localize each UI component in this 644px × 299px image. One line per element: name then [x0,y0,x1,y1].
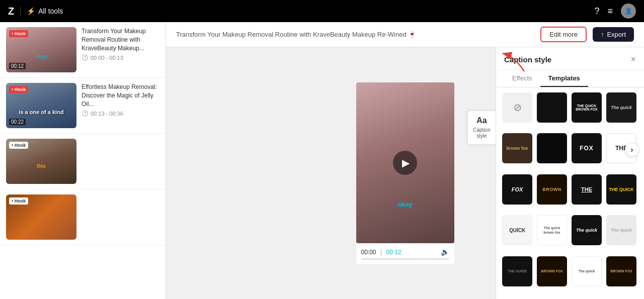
template-preview-text: THE [581,186,592,192]
main-layout: • Hook 00:12 okay Transform Your Makeup … [0,22,644,299]
clip-info [82,194,159,196]
clip-thumbnail: • Hook 00:22 is a one of a kind [6,83,76,128]
app-logo[interactable]: Z [8,6,14,17]
total-time: 00:12 [386,249,401,256]
caption-style-panel: Caption style × Effects Templates ⊘ [496,47,644,299]
export-button[interactable]: ↑ Export [593,27,634,42]
clip-caption-overlay: okay [35,53,47,59]
clip-time-range: 🕐 00:13 - 00:36 [82,110,159,117]
volume-icon[interactable]: 🔈 [441,248,449,256]
template-preview-text: THE GUIDE [508,269,527,273]
help-icon[interactable]: ? [594,6,599,17]
list-item[interactable]: • Hook this [0,134,166,189]
clip-info: Transform Your Makeup Removal Routine wi… [82,27,159,61]
template-preview-text: BROWN FOX [541,269,563,273]
caption-style-icon-text: Aa [476,116,487,125]
clip-time-range: 🕐 00:00 - 00:13 [82,54,159,61]
caption-tabs: Effects Templates [496,70,644,87]
top-navigation: Z ⚡ All tools ? ≡ 👤 [0,0,644,22]
template-preview-text: The quick [611,228,632,233]
template-item[interactable]: BROWN FOX [606,256,636,286]
template-item[interactable]: QUICK [502,215,532,245]
template-preview-text: brown fox [507,146,528,151]
edit-more-button[interactable]: Edit more [540,27,587,42]
template-item[interactable] [537,133,567,163]
time-row: 00:00 | 00:12 🔈 [361,247,449,256]
template-item[interactable]: THE GUIDE [502,256,532,286]
progress-bar[interactable] [361,258,449,260]
content-area: Transform Your Makeup Removal Routine wi… [166,22,644,299]
template-item[interactable]: The quick [572,215,602,245]
template-item[interactable]: The quick [572,256,602,286]
template-item[interactable]: The quick brown fox [537,215,567,245]
template-preview-text: The quick [576,228,597,233]
video-caption: okay [397,201,413,208]
clip-title: Effortless Makeup Removal: Discover the … [82,83,159,108]
caption-style-floating-button[interactable]: Aa Caption style [467,111,496,145]
caption-panel-header: Caption style × [496,47,644,70]
clip-badge: • Hook [9,86,28,93]
nav-right-section: ? ≡ 👤 [594,4,636,19]
list-item[interactable]: • Hook 00:22 is a one of a kind Effortle… [0,78,166,134]
clip-duration: 00:22 [9,119,26,125]
tools-icon: ⚡ [27,7,35,15]
template-item[interactable]: brown fox [502,133,532,163]
all-tools-label: All tools [38,7,63,15]
template-item[interactable]: BROWN FOX [537,256,567,286]
template-preview-text: QUICK [509,228,525,233]
template-item[interactable]: THE QUICK BROWN FOX [572,92,602,123]
template-none[interactable]: ⊘ [502,92,532,123]
template-item[interactable]: THE [572,174,602,205]
user-avatar[interactable]: 👤 [621,4,636,19]
clip-info: Effortless Makeup Removal: Discover the … [82,83,159,117]
template-item[interactable]: THE QUICK [606,174,636,205]
template-preview-text: The quick brown fox [539,226,565,235]
clip-info [82,139,159,141]
tab-templates[interactable]: Templates [540,70,588,87]
template-preview-text: BROWN [542,187,561,192]
video-area: ▶ okay 00:00 | 00:12 🔈 [166,47,644,299]
all-tools-nav[interactable]: ⚡ All tools [27,7,63,15]
time-display: 00:00 | 00:12 [361,247,401,256]
clip-thumbnail: • Hook this [6,139,76,184]
menu-icon[interactable]: ≡ [607,6,613,17]
clip-caption-overlay: is a one of a kind [19,109,63,115]
clip-thumbnail: • Hook 00:12 okay [6,27,76,72]
time-separator: | [380,249,382,256]
template-grid: ⊘ THE QUICK BROWN FOX The quick [496,87,644,299]
clip-badge: • Hook [9,197,28,205]
template-item[interactable]: The quick [606,215,636,245]
template-preview-text: FOX [512,186,523,192]
clip-title: Transform Your Makeup Removal Routine wi… [82,27,159,52]
play-icon: ▶ [402,157,410,169]
clip-caption-overlay: this [37,163,46,169]
clip-badge: • Hook [9,142,28,149]
no-style-icon: ⊘ [513,102,522,114]
template-preview-text: THE QUICK BROWN FOX [572,103,602,112]
content-title: Transform Your Makeup Removal Routine wi… [176,31,534,38]
export-icon: ↑ [601,31,604,38]
template-preview-text: THE QUICK [609,187,634,192]
tab-effects[interactable]: Effects [504,70,540,87]
caption-panel-title: Caption style [504,55,551,64]
content-topbar: Transform Your Makeup Removal Routine wi… [166,22,644,47]
nav-divider [20,6,21,16]
play-button[interactable]: ▶ [393,151,417,175]
export-label: Export [607,31,626,38]
template-item[interactable]: BROWN [537,174,567,205]
caption-close-button[interactable]: × [630,54,636,65]
template-preview-text: The quick [579,269,595,273]
template-item[interactable]: FOX [502,174,532,205]
video-controls: 00:00 | 00:12 🔈 [356,243,454,264]
video-player[interactable]: ▶ okay [356,82,454,243]
template-item[interactable] [537,92,567,123]
clip-thumbnail: • Hook [6,194,76,240]
template-preview-text: BROWN FOX [610,269,632,273]
clips-panel: • Hook 00:12 okay Transform Your Makeup … [0,22,166,299]
list-item[interactable]: • Hook [0,189,166,245]
template-item[interactable]: The quick [606,92,636,123]
clip-duration: 00:12 [9,63,26,69]
template-preview-text: The quick [611,105,632,110]
template-item[interactable]: FOX [572,133,602,163]
list-item[interactable]: • Hook 00:12 okay Transform Your Makeup … [0,22,166,78]
